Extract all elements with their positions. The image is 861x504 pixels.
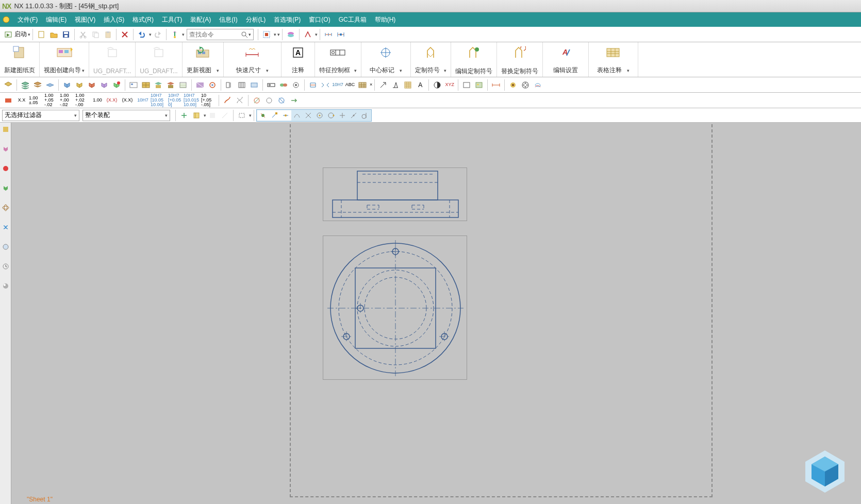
gdt1-icon[interactable] (265, 79, 277, 91)
img-icon[interactable] (473, 79, 485, 91)
search-drop-icon[interactable]: ▾ (249, 32, 251, 37)
menu-gctoolbox[interactable]: GC工具箱 (335, 15, 371, 24)
precision-12[interactable]: 10 [+.05 -.05] (201, 94, 217, 107)
touch-mode-icon[interactable] (169, 28, 181, 41)
precision-3[interactable]: 1.00 +.00 -.02 (60, 94, 75, 107)
ribbon-update-view[interactable]: 更新视图▾ (183, 42, 224, 77)
precision-8[interactable]: 10H7 (135, 94, 151, 107)
snap-center-icon[interactable] (314, 110, 325, 121)
wcs-icon[interactable] (302, 28, 314, 41)
ribbon-ugdraft1[interactable]: UG_DRAFT... (89, 42, 136, 77)
resource-drafting-icon[interactable] (1, 183, 10, 193)
xyz-icon[interactable]: XYZ (443, 79, 456, 91)
assy3-icon[interactable] (86, 79, 98, 91)
layer-settings-icon[interactable] (2, 79, 14, 91)
precision-6[interactable]: (X.X) (104, 94, 120, 107)
sel-rect-icon[interactable] (236, 109, 248, 122)
ribbon-new-sheet[interactable]: 新建图纸页 (0, 42, 40, 77)
sheet-tab-label[interactable]: "Sheet 1" (27, 496, 53, 503)
layers3-icon[interactable] (44, 79, 56, 91)
resource-constraint-icon[interactable] (1, 164, 10, 173)
ribbon-center-mark[interactable]: 中心标记▾ (361, 42, 411, 77)
menu-file[interactable]: 文件(F) (13, 15, 42, 24)
snap-tangent-icon[interactable] (359, 110, 371, 121)
precision-7[interactable]: (X.X) (120, 94, 135, 107)
touch-drop-icon[interactable]: ▾ (182, 32, 185, 37)
menu-prefs[interactable]: 首选项(P) (270, 15, 305, 24)
precision-4[interactable]: 1.00 +.02 -.00 (75, 94, 91, 107)
view4-icon[interactable] (164, 79, 177, 91)
target-icon[interactable] (431, 79, 443, 91)
assy1-icon[interactable] (61, 79, 73, 91)
dim2-icon[interactable] (236, 79, 248, 91)
resource-history-icon[interactable] (1, 242, 10, 251)
ribbon-fcf[interactable]: 特征控制框▾ (315, 42, 361, 77)
ribbon-view-wizard[interactable]: 视图创建向导▾ (40, 42, 89, 77)
snap-quadrant-icon[interactable] (325, 110, 337, 121)
hole2-icon[interactable] (319, 79, 332, 91)
snap-intersect-icon[interactable] (303, 110, 314, 121)
assy5-icon[interactable] (110, 79, 123, 91)
layers1-icon[interactable] (19, 79, 31, 91)
resource-render-icon[interactable] (1, 281, 10, 291)
ribbon-rapid-dim[interactable]: 快速尺寸▾ (224, 42, 282, 77)
delete-icon[interactable] (119, 28, 131, 41)
section-icon[interactable] (194, 79, 206, 91)
snap-exist-icon[interactable] (337, 110, 348, 121)
curve2-icon[interactable] (234, 94, 246, 107)
gdt2-icon[interactable] (277, 79, 290, 91)
sel-rect-drop-icon[interactable]: ▾ (249, 113, 252, 118)
dim-tool-icon[interactable] (490, 79, 502, 91)
launch-button[interactable] (2, 28, 14, 41)
view3-icon[interactable] (152, 79, 164, 91)
sel-face-icon[interactable] (206, 109, 219, 122)
layer-icon[interactable] (285, 28, 297, 41)
tool2-icon[interactable] (519, 79, 532, 91)
resource-part-nav-icon[interactable] (1, 125, 10, 134)
sel-cross-icon[interactable] (178, 109, 190, 122)
ribbon-note[interactable]: A 注释 (282, 42, 315, 77)
fit-drop-icon[interactable]: ▾ (274, 32, 276, 37)
snap-mid-icon[interactable] (280, 110, 291, 121)
save-icon[interactable] (60, 28, 72, 41)
surface-icon[interactable] (389, 79, 402, 91)
sel-box-icon[interactable] (190, 109, 203, 122)
hole1-icon[interactable] (307, 79, 319, 91)
open-file-icon[interactable] (47, 28, 60, 41)
precision-2[interactable]: 1.00 +.05 -.02 (44, 94, 60, 107)
dim1-icon[interactable] (223, 79, 236, 91)
detail-icon[interactable] (206, 79, 219, 91)
view2-icon[interactable] (140, 79, 152, 91)
tool3-icon[interactable] (532, 79, 544, 91)
gdt3-icon[interactable] (290, 79, 302, 91)
text-a-icon[interactable]: A (414, 79, 426, 91)
hole4-label[interactable]: ABC (344, 79, 356, 91)
view1-icon[interactable] (127, 79, 140, 91)
undo-icon[interactable] (136, 28, 148, 41)
menu-format[interactable]: 格式(R) (128, 15, 158, 24)
snap-oncurve-icon[interactable] (348, 110, 359, 121)
menu-window[interactable]: 窗口(O) (305, 15, 334, 24)
new-file-icon[interactable] (35, 28, 47, 41)
snap-control-icon[interactable] (291, 110, 303, 121)
dim3-icon[interactable] (248, 79, 260, 91)
menu-edit[interactable]: 编辑(E) (42, 15, 71, 24)
drawing-view-top[interactable] (323, 236, 467, 380)
cut-icon[interactable] (77, 28, 89, 41)
resource-assy-nav-icon[interactable] (1, 144, 10, 154)
hole3-label[interactable]: 10H7 (332, 79, 344, 91)
copy-icon[interactable] (89, 28, 102, 41)
command-search[interactable]: ▾ (187, 29, 254, 40)
ribbon-tabular-note[interactable]: 表格注释▾ (589, 42, 638, 77)
precision-11[interactable]: 10H7 [10.015 10.00] (184, 94, 201, 107)
precision-1[interactable]: 1.00 ±.05 (29, 94, 44, 107)
launch-drop-icon[interactable]: ▾ (28, 32, 30, 37)
dim-chain-icon[interactable] (322, 28, 335, 41)
ribbon-edit-settings[interactable]: A 编辑设置 (543, 42, 589, 77)
rect-icon[interactable] (460, 79, 473, 91)
drawing-view-front[interactable] (323, 167, 467, 221)
curve1-icon[interactable] (221, 94, 234, 107)
view-drop-icon[interactable]: ▾ (277, 32, 280, 37)
resource-clock-icon[interactable] (1, 262, 10, 271)
paste-icon[interactable] (102, 28, 114, 41)
